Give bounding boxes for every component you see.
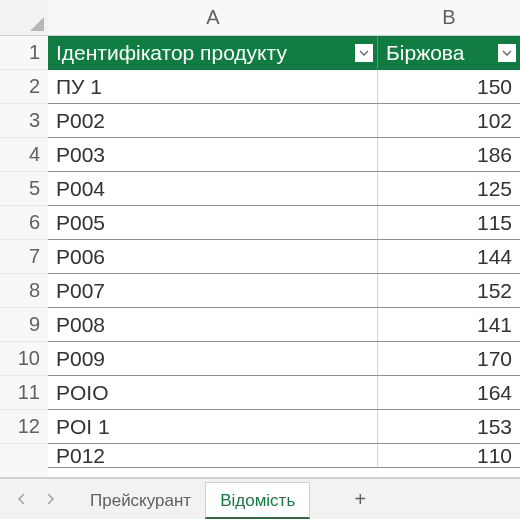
cell-product-id[interactable]: P007: [48, 274, 378, 307]
row-header[interactable]: 5: [0, 172, 48, 206]
table-header-row: Ідентифікатор продукту Біржова: [48, 36, 520, 70]
cell-value[interactable]: 164: [378, 376, 520, 409]
cell-value[interactable]: 125: [378, 172, 520, 205]
row-header[interactable]: 1: [0, 36, 48, 70]
row-header[interactable]: 3: [0, 104, 48, 138]
spreadsheet-grid: A B 1 2 3 4 5 6 7 8 9 10 11 12 Ідентифік…: [0, 0, 520, 478]
cell-product-id[interactable]: P002: [48, 104, 378, 137]
column-header-b[interactable]: B: [378, 0, 520, 35]
cell-value[interactable]: 144: [378, 240, 520, 273]
cell-product-id[interactable]: P005: [48, 206, 378, 239]
cell-value[interactable]: 170: [378, 342, 520, 375]
table-row: P007 152: [48, 274, 520, 308]
cell-product-id[interactable]: P006: [48, 240, 378, 273]
chevron-left-icon: [17, 493, 27, 505]
sheet-tab-bar: Прейскурант Відомість +: [0, 478, 520, 519]
cell-product-id[interactable]: P008: [48, 308, 378, 341]
cell-value[interactable]: 186: [378, 138, 520, 171]
chevron-down-icon: [359, 48, 369, 58]
table-row: P002 102: [48, 104, 520, 138]
add-sheet-button[interactable]: +: [346, 488, 374, 511]
row-headers: 1 2 3 4 5 6 7 8 9 10 11 12: [0, 36, 48, 477]
cell-product-id[interactable]: P003: [48, 138, 378, 171]
chevron-right-icon: [45, 493, 55, 505]
cell-value[interactable]: 150: [378, 70, 520, 103]
filter-button[interactable]: [355, 44, 373, 62]
row-header[interactable]: 4: [0, 138, 48, 172]
tab-nav-next[interactable]: [36, 485, 64, 513]
header-label: Ідентифікатор продукту: [56, 41, 287, 65]
cell-value[interactable]: 115: [378, 206, 520, 239]
cell-product-id[interactable]: P004: [48, 172, 378, 205]
cell-product-id[interactable]: ПУ 1: [48, 70, 378, 103]
cell-product-id[interactable]: P009: [48, 342, 378, 375]
data-rows: Ідентифікатор продукту Біржова ПУ 1 150 …: [48, 36, 520, 477]
row-header[interactable]: 11: [0, 376, 48, 410]
cell-value[interactable]: 102: [378, 104, 520, 137]
table-row: P004 125: [48, 172, 520, 206]
sheet-tab-statement[interactable]: Відомість: [205, 482, 310, 519]
row-header[interactable]: 2: [0, 70, 48, 104]
table-row: POI 1 153: [48, 410, 520, 444]
tab-nav-prev[interactable]: [8, 485, 36, 513]
table-row: P006 144: [48, 240, 520, 274]
row-header[interactable]: 12: [0, 410, 48, 444]
table-row: P009 170: [48, 342, 520, 376]
cell-value[interactable]: 152: [378, 274, 520, 307]
chevron-down-icon: [502, 48, 512, 58]
table-header-product-id[interactable]: Ідентифікатор продукту: [48, 36, 378, 69]
cell-value[interactable]: 141: [378, 308, 520, 341]
table-row: P008 141: [48, 308, 520, 342]
column-headers: A B: [48, 0, 520, 36]
filter-button[interactable]: [498, 44, 516, 62]
row-header[interactable]: 10: [0, 342, 48, 376]
cell-value[interactable]: 110: [378, 444, 520, 467]
row-header[interactable]: 7: [0, 240, 48, 274]
cell-product-id[interactable]: POI 1: [48, 410, 378, 443]
cell-product-id[interactable]: P012: [48, 444, 378, 467]
table-row: P012 110: [48, 444, 520, 468]
table-row: P005 115: [48, 206, 520, 240]
table-row: POIO 164: [48, 376, 520, 410]
row-header[interactable]: 8: [0, 274, 48, 308]
select-all-corner[interactable]: [0, 0, 48, 36]
row-header[interactable]: 9: [0, 308, 48, 342]
column-header-a[interactable]: A: [48, 0, 378, 35]
table-row: ПУ 1 150: [48, 70, 520, 104]
sheet-tabs: Прейскурант Відомість: [76, 479, 310, 519]
row-header[interactable]: 6: [0, 206, 48, 240]
header-label: Біржова: [386, 41, 464, 65]
sheet-tab-price-list[interactable]: Прейскурант: [76, 483, 205, 519]
table-header-price[interactable]: Біржова: [378, 36, 520, 69]
cell-value[interactable]: 153: [378, 410, 520, 443]
cell-product-id[interactable]: POIO: [48, 376, 378, 409]
table-row: P003 186: [48, 138, 520, 172]
